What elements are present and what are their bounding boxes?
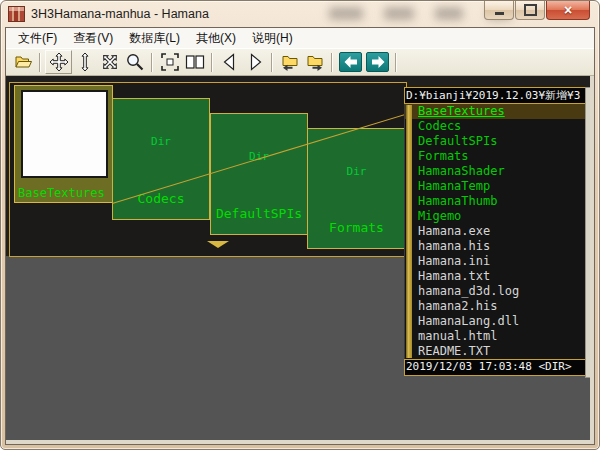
file-list-item[interactable]: Hamana.exe [405,224,589,239]
menu-item-file[interactable]: 文件(F) [10,28,65,49]
scroll-vertical-button[interactable] [72,51,97,73]
blur-artifact [435,7,463,20]
open-folder-icon [13,52,33,72]
back-button[interactable] [339,52,362,72]
toolbar-separator [395,53,397,72]
titlebar: 3H3Hamana-manhua - Hamana × [1,1,599,27]
maximize-button[interactable] [515,1,545,20]
file-list-item[interactable]: Codecs [405,119,589,134]
dual-page-icon [185,52,205,72]
forward-button[interactable] [366,52,389,72]
menu-item-database[interactable]: 数据库(L) [121,28,188,49]
toolbar-separator [271,53,273,72]
menu-bar: 文件(F)查看(V)数据库(L)其他(X)说明(H) [6,28,594,48]
dual-page-button[interactable] [182,51,207,73]
toolbar-separator [39,53,41,72]
file-list-item[interactable]: HamanaLang.dll [405,314,589,329]
file-list-item[interactable]: Hamana.ini [405,254,589,269]
dir-box-defaultspis[interactable]: Dir DefaultSPIs [210,113,308,235]
prev-image-icon [220,52,240,72]
pan-button[interactable] [45,50,72,74]
forward-icon [368,52,388,72]
back-icon [341,52,361,72]
toolbar-separator [211,53,213,72]
next-image-button[interactable] [242,51,267,73]
file-list-item[interactable]: BaseTextures [405,104,589,119]
file-list-item[interactable]: manual.html [405,329,589,344]
file-list-item[interactable]: Hamana.txt [405,269,589,284]
thumbnail-image [21,90,108,178]
dir-box-formats[interactable]: Dir Formats [307,128,406,249]
blur-artifact [384,7,414,20]
close-button[interactable]: × [546,1,590,20]
caption-buttons: × [483,1,590,20]
dir-label: DefaultSPIs [211,206,307,221]
thumbnail-label: BaseTextures [18,186,105,200]
minimize-button[interactable] [484,1,514,20]
fit-window-button[interactable] [157,51,182,73]
file-list-item[interactable]: README.TXT [405,344,589,359]
prev-image-button[interactable] [217,51,242,73]
menu-item-other[interactable]: 其他(X) [188,28,244,49]
file-status: 2019/12/03 17:03:48 <DIR> [404,359,589,376]
zoom-icon [125,52,145,72]
file-panel: D:¥bianji¥2019.12.03¥新增¥3 BaseTexturesCo… [404,87,589,376]
window-title: 3H3Hamana-manhua - Hamana [31,7,209,21]
dir-tag: Dir [113,135,209,148]
scroll-down-arrow-icon[interactable] [207,241,229,248]
file-list-item[interactable]: DefaultSPIs [405,134,589,149]
dir-tag: Dir [211,150,307,163]
toolbar-separator [331,53,333,72]
file-list: BaseTexturesCodecsDefaultSPIsFormatsHama… [404,104,589,359]
file-list-item[interactable]: Formats [405,149,589,164]
zoom-button[interactable] [122,51,147,73]
next-folder-icon [305,52,325,72]
client-area: BaseTextures Dir Codecs Dir DefaultSPIs … [6,76,594,444]
menu-item-view[interactable]: 查看(V) [65,28,121,49]
next-folder-button[interactable] [302,51,327,73]
pan-diagonal-icon [100,52,120,72]
prev-folder-button[interactable] [277,51,302,73]
file-list-scrollbar[interactable] [406,105,412,358]
thumbnail-browser: BaseTextures Dir Codecs Dir DefaultSPIs … [9,82,407,257]
toolbar [6,48,594,76]
file-list-item[interactable]: HamanaTemp [405,179,589,194]
file-list-item[interactable]: HamanaShader [405,164,589,179]
next-image-icon [245,52,265,72]
panel-side-scrollbar[interactable] [585,87,591,378]
dir-box-codecs[interactable]: Dir Codecs [112,98,210,220]
menu-item-help[interactable]: 说明(H) [244,28,301,49]
toolbar-separator [151,53,153,72]
maximize-icon [524,4,537,16]
pan-diagonal-button[interactable] [97,51,122,73]
minimize-icon [495,12,504,15]
pan-icon [49,52,69,72]
file-list-item[interactable]: hamana_d3d.log [405,284,589,299]
app-icon[interactable] [8,6,25,22]
thumbnail-basetextures[interactable]: BaseTextures [14,85,113,203]
dir-tag: Dir [308,165,405,178]
fit-window-icon [160,52,180,72]
open-folder-button[interactable] [10,51,35,73]
file-list-item[interactable]: hamana.his [405,239,589,254]
app-window: 3H3Hamana-manhua - Hamana × 文件(F)查看(V)数据… [0,0,600,450]
current-path: D:¥bianji¥2019.12.03¥新增¥3 [404,87,589,104]
window-body: 文件(F)查看(V)数据库(L)其他(X)说明(H) [5,27,595,445]
file-list-item[interactable]: hamana2.his [405,299,589,314]
dir-label: Formats [308,220,405,235]
blur-artifact [329,7,363,20]
close-icon: × [564,3,572,17]
file-list-item[interactable]: Migemo [405,209,589,224]
prev-folder-icon [280,52,300,72]
scroll-vertical-icon [75,52,95,72]
file-list-item[interactable]: HamanaThumb [405,194,589,209]
